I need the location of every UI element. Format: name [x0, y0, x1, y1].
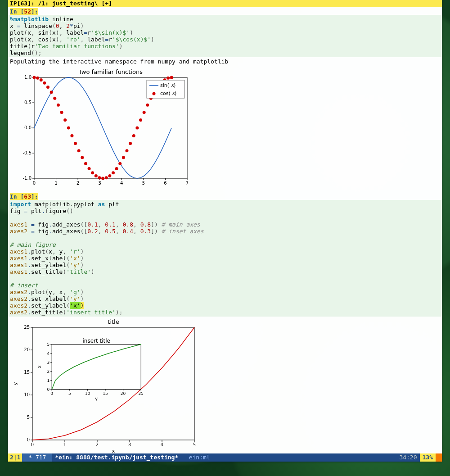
- svg-text:3: 3: [128, 442, 131, 447]
- svg-rect-106: [52, 345, 141, 390]
- cell-52-plot: Two familiar functions01234567-1.0-0.50.…: [8, 66, 442, 190]
- svg-text:2: 2: [47, 369, 50, 374]
- svg-point-44: [88, 167, 91, 170]
- cell-63-code[interactable]: import matplotlib.pyplot as plt fig = pl…: [8, 200, 442, 317]
- svg-point-57: [132, 134, 135, 137]
- svg-text:y: y: [95, 396, 98, 401]
- svg-text:sin(: sin(: [160, 82, 169, 88]
- svg-point-49: [105, 176, 108, 179]
- svg-point-33: [50, 91, 53, 94]
- svg-text:cos(: cos(: [160, 91, 171, 96]
- svg-text:x: x: [112, 448, 115, 453]
- svg-text:-1.0: -1.0: [22, 176, 32, 181]
- svg-text:7: 7: [186, 181, 189, 186]
- svg-point-29: [36, 77, 39, 80]
- desktop-background: IP[63]: /1: just_testing\ [+] In [52]: %…: [0, 0, 450, 476]
- svg-point-35: [57, 104, 60, 107]
- title-prefix: IP[: [10, 0, 20, 7]
- svg-text:5: 5: [142, 181, 145, 186]
- svg-text:5: 5: [68, 391, 71, 396]
- cell-52-code[interactable]: %matplotlib inline x = linspace(0, 2*pi)…: [8, 15, 442, 57]
- status-workspace: 2|1: [8, 453, 22, 462]
- svg-point-42: [81, 156, 84, 159]
- svg-text:4: 4: [47, 351, 50, 356]
- svg-point-56: [129, 142, 132, 145]
- svg-point-58: [135, 127, 139, 130]
- svg-point-45: [91, 171, 94, 174]
- svg-point-59: [139, 118, 142, 122]
- svg-text:3: 3: [99, 181, 101, 186]
- svg-text:x: x: [37, 365, 42, 368]
- svg-point-39: [70, 134, 73, 137]
- svg-point-52: [115, 167, 118, 170]
- svg-text:10: 10: [24, 392, 30, 397]
- svg-text:25: 25: [24, 325, 30, 330]
- svg-point-28: [33, 76, 36, 79]
- svg-point-38: [67, 127, 70, 130]
- two-familiar-functions-plot: Two familiar functions01234567-1.0-0.50.…: [12, 68, 192, 188]
- status-position: 34:20: [396, 453, 419, 462]
- svg-text:0: 0: [27, 437, 30, 442]
- svg-text:1: 1: [54, 181, 57, 186]
- title-mid: ]: /1:: [27, 0, 52, 7]
- svg-text:5: 5: [193, 442, 196, 447]
- svg-point-43: [84, 162, 87, 165]
- notebook-content[interactable]: In [52]: %matplotlib inline x = linspace…: [8, 7, 442, 453]
- svg-point-55: [125, 149, 128, 152]
- svg-point-40: [74, 142, 77, 145]
- svg-point-47: [98, 176, 101, 179]
- svg-text:5: 5: [47, 342, 50, 347]
- svg-text:insert title: insert title: [82, 338, 110, 344]
- svg-text:10: 10: [85, 391, 90, 396]
- svg-text:0.5: 0.5: [24, 100, 32, 105]
- svg-text:2: 2: [96, 442, 99, 447]
- svg-point-67: [166, 77, 170, 80]
- title-filename: just_testing\: [52, 0, 98, 7]
- svg-text:): ): [174, 82, 176, 88]
- svg-text:1: 1: [63, 442, 66, 447]
- svg-text:4: 4: [120, 181, 123, 186]
- titlebar: IP[63]: /1: just_testing\ [+]: [8, 0, 442, 7]
- svg-point-31: [43, 82, 46, 85]
- svg-text:20: 20: [121, 391, 126, 396]
- status-buffer: *ein: 8888/test.ipynb/just_testing* ein:…: [52, 453, 396, 462]
- svg-point-50: [108, 174, 111, 177]
- svg-point-61: [146, 104, 149, 107]
- svg-text:4: 4: [161, 442, 163, 447]
- cell-52-prompt: In [52]:: [10, 8, 38, 15]
- svg-point-37: [63, 118, 67, 122]
- svg-text:0: 0: [33, 181, 36, 186]
- inset-axes-plot: title0123450510152025xyinsert title05101…: [12, 318, 201, 453]
- svg-point-32: [46, 86, 50, 89]
- svg-point-36: [60, 111, 63, 114]
- svg-point-48: [101, 177, 104, 180]
- emacs-window[interactable]: IP[63]: /1: just_testing\ [+] In [52]: %…: [8, 0, 442, 462]
- cell-63-plot: title0123450510152025xyinsert title05101…: [8, 317, 442, 453]
- status-end-cap: [436, 453, 442, 462]
- svg-text:0: 0: [31, 442, 34, 447]
- svg-point-41: [77, 149, 81, 152]
- title-suffix: [+]: [98, 0, 112, 7]
- svg-text:-0.5: -0.5: [22, 150, 32, 155]
- svg-text:15: 15: [103, 391, 108, 396]
- svg-text:2: 2: [76, 181, 79, 186]
- svg-text:): ): [175, 91, 176, 96]
- cell-52-stdout: Populating the interactive namespace fro…: [8, 57, 442, 66]
- svg-text:0: 0: [47, 387, 50, 392]
- svg-point-74: [153, 92, 156, 95]
- cell-52[interactable]: In [52]: %matplotlib inline x = linspace…: [8, 7, 442, 190]
- statusbar: 2|1 * 717 *ein: 8888/test.ipynb/just_tes…: [8, 453, 442, 462]
- svg-point-53: [118, 162, 122, 165]
- svg-text:15: 15: [24, 370, 30, 375]
- svg-text:0.0: 0.0: [24, 125, 32, 130]
- title-exec-count: 63: [20, 0, 27, 7]
- svg-point-68: [170, 76, 173, 79]
- svg-point-54: [122, 156, 125, 159]
- svg-point-51: [112, 171, 115, 174]
- svg-text:y: y: [13, 382, 18, 385]
- svg-text:1: 1: [47, 378, 50, 383]
- cell-63-prompt: In [63]:: [10, 193, 38, 200]
- svg-point-60: [143, 111, 146, 114]
- status-percent: 13%: [420, 453, 436, 462]
- cell-63[interactable]: In [63]: import matplotlib.pyplot as plt…: [8, 192, 442, 453]
